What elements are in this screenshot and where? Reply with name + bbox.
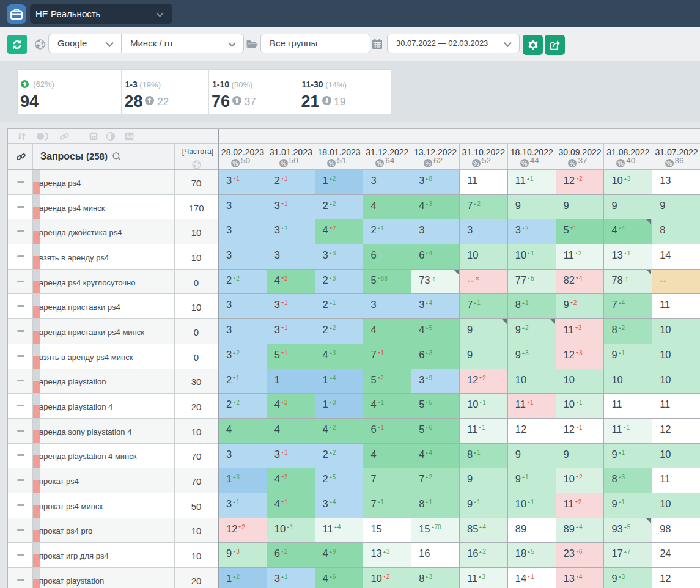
svg-text:Aa: Aa — [126, 133, 133, 139]
